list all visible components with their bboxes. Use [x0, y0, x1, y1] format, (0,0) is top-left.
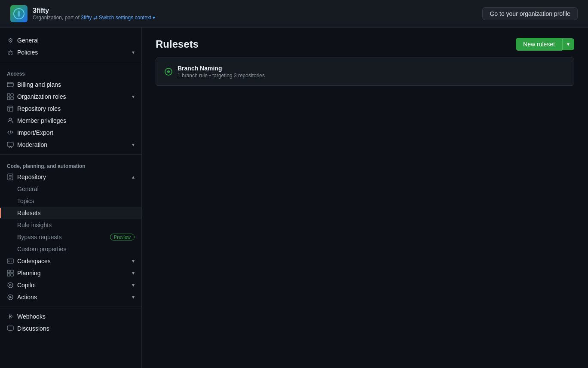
new-ruleset-dropdown-button[interactable]: ▾	[562, 38, 574, 50]
sidebar-item-repo-roles[interactable]: Repository roles	[0, 103, 141, 115]
import-export-icon	[7, 129, 14, 136]
page-layout: ⚙ General ⚖ Policies ▾ Access Billing an…	[0, 27, 588, 368]
svg-rect-29	[7, 326, 13, 330]
sidebar-sub-label-custom-properties: Custom properties	[17, 246, 66, 252]
sidebar-sub-label-topics: Topics	[17, 198, 34, 204]
actions-icon	[7, 294, 14, 301]
repository-icon	[7, 173, 14, 180]
svg-rect-11	[7, 142, 13, 146]
sidebar-sub-label-repo-general: General	[17, 186, 39, 192]
go-to-profile-button[interactable]: Go to your organization profile	[482, 7, 578, 20]
sidebar-item-billing[interactable]: Billing and plans	[0, 79, 141, 91]
discussions-icon	[7, 325, 14, 332]
svg-rect-22	[7, 274, 10, 276]
member-priv-icon	[7, 117, 14, 124]
copilot-icon	[7, 282, 14, 289]
sidebar-sub-item-custom-properties[interactable]: Custom properties	[0, 243, 141, 255]
ruleset-meta: 1 branch rule • targeting 3 repositories	[178, 73, 265, 79]
org-roles-icon	[7, 93, 14, 100]
chevron-down-icon-mod: ▾	[132, 142, 135, 148]
sidebar-label-policies: Policies	[17, 49, 38, 56]
sidebar-item-actions[interactable]: Actions ▾	[0, 291, 141, 303]
sidebar-label-discussions: Discussions	[17, 325, 49, 332]
rulesets-list: Branch Naming 1 branch rule • targeting …	[156, 58, 574, 86]
chevron-down-icon-org: ▾	[132, 94, 135, 100]
sidebar-label-member-priv: Member privileges	[17, 117, 66, 124]
sidebar-label-copilot: Copilot	[17, 282, 36, 289]
ruleset-card-branch-naming[interactable]: Branch Naming 1 branch rule • targeting …	[156, 58, 574, 85]
org-name: 3fifty	[33, 7, 156, 15]
sidebar-item-webhooks[interactable]: Webhooks	[0, 310, 141, 322]
org-avatar	[10, 5, 28, 22]
sidebar-item-codespaces[interactable]: Codespaces ▾	[0, 255, 141, 267]
sidebar-divider-2	[0, 154, 141, 155]
ruleset-status-icon	[165, 68, 172, 76]
sidebar-label-import-export: Import/Export	[17, 129, 53, 136]
svg-rect-23	[11, 274, 13, 276]
chevron-down-icon: ▾	[132, 49, 135, 55]
sidebar-label-planning: Planning	[17, 270, 41, 277]
sidebar-divider-1	[0, 62, 141, 62]
org-part-of-link[interactable]: 3fifty	[81, 15, 92, 21]
sidebar-sub-item-rulesets[interactable]: Rulesets	[0, 207, 141, 219]
svg-marker-27	[9, 296, 12, 298]
sidebar-label-general: General	[17, 37, 39, 44]
page-header: Rulesets New ruleset ▾	[156, 38, 574, 51]
webhooks-icon	[7, 313, 14, 320]
sidebar-label-repo-roles: Repository roles	[17, 105, 61, 112]
billing-icon	[7, 81, 14, 88]
sidebar-sub-item-bypass-requests[interactable]: Bypass requests Preview	[0, 231, 141, 243]
top-header: 3fifty Organization, part of 3fifty ⇄ Sw…	[0, 0, 588, 27]
sidebar-sub-label-bypass-requests: Bypass requests	[17, 234, 62, 240]
ruleset-name: Branch Naming	[178, 65, 265, 72]
sidebar-item-policies[interactable]: ⚖ Policies ▾	[0, 46, 141, 58]
svg-rect-4	[11, 94, 13, 96]
policies-icon: ⚖	[7, 49, 14, 56]
chevron-down-icon-actions: ▾	[132, 294, 135, 300]
svg-rect-7	[8, 106, 13, 111]
new-ruleset-button[interactable]: New ruleset	[516, 38, 562, 51]
page-title: Rulesets	[156, 38, 199, 50]
codespaces-icon	[7, 258, 14, 265]
switch-context-link[interactable]: ⇄ Switch settings context ▾	[93, 15, 156, 21]
code-section-header: Code, planning, and automation	[0, 158, 141, 171]
sidebar-sub-item-topics[interactable]: Topics	[0, 195, 141, 207]
new-ruleset-btn-group: New ruleset ▾	[516, 38, 574, 51]
svg-rect-6	[11, 97, 13, 100]
gear-icon: ⚙	[7, 37, 14, 44]
org-avatar-inner	[10, 5, 28, 22]
sidebar-sub-item-rule-insights[interactable]: Rule insights	[0, 219, 141, 231]
svg-rect-21	[11, 270, 13, 273]
sidebar-item-member-priv[interactable]: Member privileges	[0, 115, 141, 127]
main-content: Rulesets New ruleset ▾ Branch Naming 1 b…	[142, 27, 588, 368]
sidebar-sub-label-rule-insights: Rule insights	[17, 222, 52, 228]
sidebar-item-org-roles[interactable]: Organization roles ▾	[0, 91, 141, 103]
repo-roles-icon	[7, 105, 14, 112]
sidebar-sub-item-repo-general[interactable]: General	[0, 183, 141, 195]
ruleset-active-dot	[167, 70, 170, 73]
sidebar-item-import-export[interactable]: Import/Export	[0, 127, 141, 139]
svg-point-24	[8, 283, 13, 288]
sidebar-item-discussions[interactable]: Discussions	[0, 322, 141, 335]
sidebar-label-codespaces: Codespaces	[17, 258, 51, 265]
sidebar-item-repository[interactable]: Repository ▴	[0, 171, 141, 183]
svg-point-25	[9, 284, 11, 286]
ruleset-info: Branch Naming 1 branch rule • targeting …	[178, 65, 265, 79]
org-info: 3fifty Organization, part of 3fifty ⇄ Sw…	[10, 5, 156, 22]
sidebar-divider-3	[0, 307, 141, 307]
svg-point-28	[10, 316, 11, 317]
sidebar-item-copilot[interactable]: Copilot ▾	[0, 279, 141, 291]
sidebar: ⚙ General ⚖ Policies ▾ Access Billing an…	[0, 27, 142, 368]
sidebar-sub-label-rulesets: Rulesets	[17, 210, 40, 216]
svg-rect-1	[7, 82, 13, 87]
access-section-header: Access	[0, 66, 141, 79]
sidebar-label-billing: Billing and plans	[17, 81, 61, 88]
sidebar-label-moderation: Moderation	[17, 141, 47, 148]
sidebar-item-general[interactable]: ⚙ General	[0, 34, 141, 46]
chevron-up-icon-repo: ▴	[132, 174, 135, 180]
sidebar-label-actions: Actions	[17, 294, 37, 301]
sidebar-item-planning[interactable]: Planning ▾	[0, 267, 141, 279]
svg-rect-16	[7, 259, 13, 263]
moderation-icon	[7, 141, 14, 148]
sidebar-item-moderation[interactable]: Moderation ▾	[0, 139, 141, 151]
